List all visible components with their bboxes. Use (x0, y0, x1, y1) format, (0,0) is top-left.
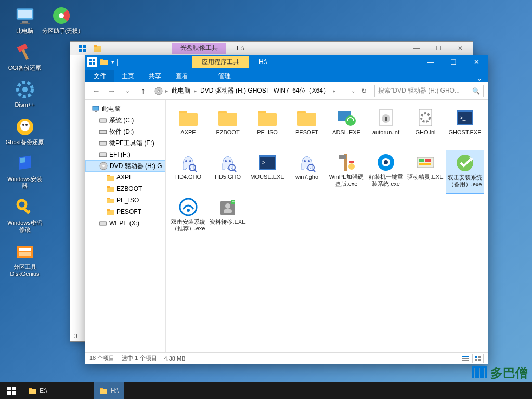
chevron-right-icon[interactable]: ▸ (331, 88, 337, 94)
tree-item[interactable]: 此电脑 (85, 103, 165, 114)
file-item[interactable]: HD5.GHO (209, 150, 247, 194)
file-item[interactable]: autorun.inf (367, 105, 405, 149)
file-item[interactable]: GHO.ini (406, 105, 445, 149)
ribbon-tab-manage[interactable]: 管理 (211, 70, 238, 82)
svg-rect-38 (95, 111, 97, 112)
file-label: PE_ISO (257, 129, 278, 136)
taskbar[interactable]: E:\ H:\ (0, 382, 532, 399)
view-details-button[interactable] (460, 354, 471, 363)
svg-point-12 (20, 121, 30, 131)
back-context-tab: 光盘映像工具 (172, 43, 226, 54)
close-button[interactable]: ✕ (465, 55, 488, 69)
nav-forward-button[interactable]: → (105, 84, 119, 98)
tree-item[interactable]: PE_ISO (85, 195, 165, 206)
svg-point-107 (457, 155, 473, 171)
nav-up-button[interactable]: ↑ (136, 84, 150, 98)
file-label: ADSL.EXE (332, 129, 360, 136)
file-item[interactable]: 双击安装系统（推荐）.exe (169, 195, 207, 238)
tree-item[interactable]: 软件 (D:) (85, 126, 165, 137)
tree-item[interactable]: PESOFT (85, 206, 165, 217)
folder-icon (295, 107, 318, 128)
tree-item[interactable]: 系统 (C:) (85, 114, 165, 126)
file-item[interactable]: AXPE (169, 105, 207, 149)
svg-rect-122 (478, 359, 481, 361)
tree-item[interactable]: WEPE (X:) (85, 217, 165, 229)
desktop-icon-this-pc[interactable]: 此电脑 (5, 5, 44, 34)
tree-item[interactable]: 微PE工具箱 (E:) (85, 137, 165, 149)
tree-label: PESOFT (116, 208, 141, 215)
chevron-right-icon[interactable]: ▸ (192, 88, 198, 94)
minimize-button[interactable]: — (419, 55, 442, 69)
maximize-button[interactable]: ☐ (428, 43, 449, 54)
breadcrumb[interactable]: ▸ 此电脑 ▸ DVD 驱动器 (H:) GHOST_WIN7_64位（X64）… (152, 85, 372, 97)
file-item[interactable]: 好装机一键重装系统.exe (367, 150, 405, 194)
taskbar-item-e[interactable]: E:\ (23, 382, 53, 399)
tree-item[interactable]: EZBOOT (85, 183, 165, 195)
desktop-icon-partition-assist[interactable]: 分区助手(无损) (42, 5, 81, 34)
folder-icon (106, 208, 114, 216)
desktop-icon-diskgenius[interactable]: 分区工具DiskGenius (5, 241, 44, 277)
svg-rect-113 (224, 209, 232, 213)
chevron-right-icon[interactable]: ▸ (164, 88, 170, 94)
desktop-icon-cgi[interactable]: CGI备份还原 (5, 42, 44, 71)
file-item[interactable]: PESOFT (288, 105, 326, 149)
file-pane[interactable]: AXPEEZBOOTPE_ISOPESOFTADSL.EXEautorun.in… (166, 100, 488, 352)
ribbon-tab-share[interactable]: 共享 (141, 70, 168, 82)
search-placeholder: 搜索"DVD 驱动器 (H:) GHO... (378, 86, 460, 95)
svg-rect-116 (462, 356, 469, 357)
ribbon-tab-view[interactable]: 查看 (168, 70, 196, 82)
key-icon (15, 197, 35, 218)
ini-icon (414, 107, 437, 128)
file-label: MOUSE.EXE (250, 174, 284, 181)
disk-icon (99, 127, 107, 136)
search-icon[interactable]: 🔍 (472, 87, 480, 95)
desktop-icon-dism[interactable]: Dism++ (5, 79, 44, 108)
nav-tree[interactable]: 此电脑系统 (C:)软件 (D:)微PE工具箱 (E:)EFI (F:)DVD … (85, 100, 166, 352)
folder-icon (256, 107, 279, 128)
file-item[interactable]: HD4.GHO (169, 150, 207, 194)
file-item[interactable]: win7.gho (288, 150, 326, 194)
file-item[interactable]: +资料转移.EXE (209, 195, 247, 238)
search-input[interactable]: 搜索"DVD 驱动器 (H:) GHO... 🔍 (374, 85, 484, 97)
svg-rect-55 (107, 210, 114, 215)
file-item[interactable]: 双击安装系统（备用）.exe (446, 150, 484, 194)
tree-item[interactable]: EFI (F:) (85, 149, 165, 160)
start-button[interactable] (0, 382, 23, 399)
chevron-down-icon[interactable]: ⌄ (349, 88, 357, 94)
install-green-icon (453, 152, 476, 173)
breadcrumb-drive[interactable]: DVD 驱动器 (H:) GHOST_WIN7_64位（X64） (199, 86, 330, 95)
desktop-icon-win-installer[interactable]: Windows安装器 (5, 153, 44, 189)
desktop-icon-password[interactable]: Windows密码修改 (5, 197, 44, 233)
taskbar-item-h[interactable]: H:\ (94, 382, 124, 399)
tree-item[interactable]: AXPE (85, 172, 165, 183)
nav-history-button[interactable]: ⌄ (121, 84, 134, 98)
svg-rect-1 (18, 10, 32, 18)
tree-label: WEPE (X:) (109, 220, 139, 227)
minimize-button[interactable]: — (406, 43, 427, 54)
back-titlebar[interactable]: 光盘映像工具 E:\ — ☐ ✕ (70, 42, 473, 55)
svg-rect-75 (385, 117, 387, 121)
desktop-icon-ghost[interactable]: Ghost备份还原 (5, 117, 44, 146)
file-item[interactable]: WinPE加强硬盘版.exe (327, 150, 366, 194)
svg-point-98 (348, 163, 355, 170)
maximize-button[interactable]: ☐ (442, 55, 465, 69)
file-item[interactable]: EZBOOT (209, 105, 247, 149)
tree-item[interactable]: DVD 驱动器 (H:) G (85, 160, 165, 172)
file-item[interactable]: >_MOUSE.EXE (248, 150, 287, 194)
tree-label: 此电脑 (102, 105, 121, 113)
ribbon-file-tab[interactable]: 文件 (85, 70, 114, 82)
titlebar[interactable]: ▾ │ 应用程序工具 H:\ — ☐ ✕ (85, 55, 488, 69)
breadcrumb-root[interactable]: 此电脑 (171, 86, 191, 95)
close-button[interactable]: ✕ (450, 43, 471, 54)
file-item[interactable]: >_GHOST.EXE (446, 105, 484, 149)
file-item[interactable]: ADSL.EXE (327, 105, 366, 149)
nav-back-button[interactable]: ← (89, 84, 103, 98)
svg-rect-8 (21, 49, 28, 60)
ribbon-expand-icon[interactable]: ⌄ (471, 74, 488, 82)
ribbon-tab-home[interactable]: 主页 (114, 70, 141, 82)
file-item[interactable]: 驱动精灵.EXE (406, 150, 445, 194)
refresh-icon[interactable]: ↻ (358, 87, 370, 95)
file-item[interactable]: PE_ISO (248, 105, 287, 149)
view-icons-button[interactable] (472, 354, 484, 363)
console-icon: >_ (453, 107, 476, 128)
